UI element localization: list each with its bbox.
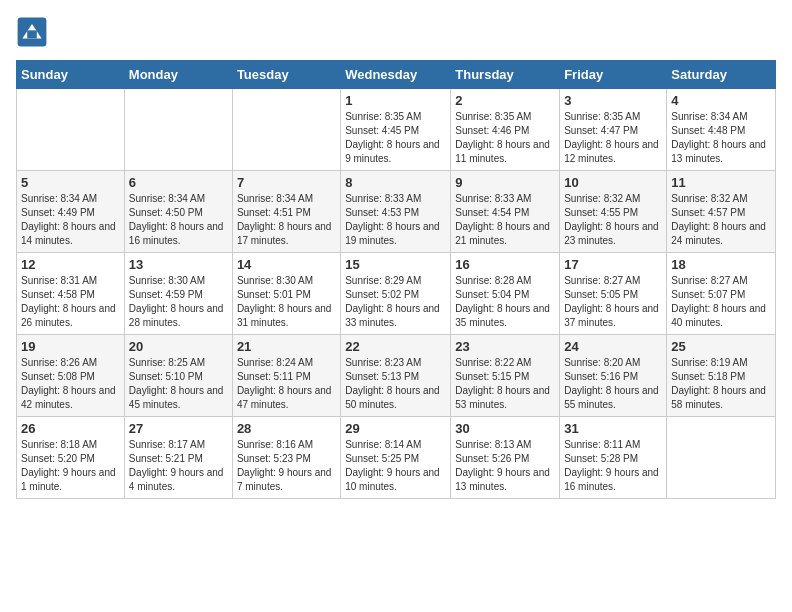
day-number: 11 [671,175,771,190]
day-cell: 18Sunrise: 8:27 AM Sunset: 5:07 PM Dayli… [667,253,776,335]
day-info: Sunrise: 8:34 AM Sunset: 4:51 PM Dayligh… [237,192,336,248]
day-number: 14 [237,257,336,272]
day-info: Sunrise: 8:35 AM Sunset: 4:45 PM Dayligh… [345,110,446,166]
day-cell: 7Sunrise: 8:34 AM Sunset: 4:51 PM Daylig… [232,171,340,253]
column-header-tuesday: Tuesday [232,61,340,89]
day-info: Sunrise: 8:35 AM Sunset: 4:47 PM Dayligh… [564,110,662,166]
day-info: Sunrise: 8:23 AM Sunset: 5:13 PM Dayligh… [345,356,446,412]
day-number: 12 [21,257,120,272]
day-info: Sunrise: 8:35 AM Sunset: 4:46 PM Dayligh… [455,110,555,166]
day-info: Sunrise: 8:32 AM Sunset: 4:57 PM Dayligh… [671,192,771,248]
day-number: 23 [455,339,555,354]
day-number: 6 [129,175,228,190]
day-number: 20 [129,339,228,354]
week-row-3: 12Sunrise: 8:31 AM Sunset: 4:58 PM Dayli… [17,253,776,335]
day-cell: 9Sunrise: 8:33 AM Sunset: 4:54 PM Daylig… [451,171,560,253]
day-cell: 28Sunrise: 8:16 AM Sunset: 5:23 PM Dayli… [232,417,340,499]
day-cell [667,417,776,499]
day-number: 29 [345,421,446,436]
day-cell [17,89,125,171]
svg-rect-2 [27,30,37,38]
day-cell: 4Sunrise: 8:34 AM Sunset: 4:48 PM Daylig… [667,89,776,171]
day-cell: 30Sunrise: 8:13 AM Sunset: 5:26 PM Dayli… [451,417,560,499]
column-header-wednesday: Wednesday [341,61,451,89]
day-cell: 5Sunrise: 8:34 AM Sunset: 4:49 PM Daylig… [17,171,125,253]
week-row-2: 5Sunrise: 8:34 AM Sunset: 4:49 PM Daylig… [17,171,776,253]
day-info: Sunrise: 8:33 AM Sunset: 4:53 PM Dayligh… [345,192,446,248]
day-cell: 6Sunrise: 8:34 AM Sunset: 4:50 PM Daylig… [124,171,232,253]
day-number: 5 [21,175,120,190]
day-cell: 17Sunrise: 8:27 AM Sunset: 5:05 PM Dayli… [560,253,667,335]
day-number: 21 [237,339,336,354]
day-number: 7 [237,175,336,190]
page-header [16,16,776,48]
day-cell: 12Sunrise: 8:31 AM Sunset: 4:58 PM Dayli… [17,253,125,335]
day-info: Sunrise: 8:11 AM Sunset: 5:28 PM Dayligh… [564,438,662,494]
day-info: Sunrise: 8:22 AM Sunset: 5:15 PM Dayligh… [455,356,555,412]
day-number: 17 [564,257,662,272]
day-number: 28 [237,421,336,436]
column-header-saturday: Saturday [667,61,776,89]
day-cell: 10Sunrise: 8:32 AM Sunset: 4:55 PM Dayli… [560,171,667,253]
day-info: Sunrise: 8:34 AM Sunset: 4:49 PM Dayligh… [21,192,120,248]
day-number: 30 [455,421,555,436]
day-info: Sunrise: 8:29 AM Sunset: 5:02 PM Dayligh… [345,274,446,330]
day-info: Sunrise: 8:16 AM Sunset: 5:23 PM Dayligh… [237,438,336,494]
column-header-friday: Friday [560,61,667,89]
day-cell: 16Sunrise: 8:28 AM Sunset: 5:04 PM Dayli… [451,253,560,335]
day-info: Sunrise: 8:20 AM Sunset: 5:16 PM Dayligh… [564,356,662,412]
day-info: Sunrise: 8:28 AM Sunset: 5:04 PM Dayligh… [455,274,555,330]
day-number: 25 [671,339,771,354]
day-cell: 31Sunrise: 8:11 AM Sunset: 5:28 PM Dayli… [560,417,667,499]
week-row-4: 19Sunrise: 8:26 AM Sunset: 5:08 PM Dayli… [17,335,776,417]
day-number: 19 [21,339,120,354]
day-cell: 14Sunrise: 8:30 AM Sunset: 5:01 PM Dayli… [232,253,340,335]
day-info: Sunrise: 8:18 AM Sunset: 5:20 PM Dayligh… [21,438,120,494]
column-header-sunday: Sunday [17,61,125,89]
day-number: 3 [564,93,662,108]
calendar-table: SundayMondayTuesdayWednesdayThursdayFrid… [16,60,776,499]
day-number: 16 [455,257,555,272]
logo [16,16,52,48]
header-row: SundayMondayTuesdayWednesdayThursdayFrid… [17,61,776,89]
day-cell: 15Sunrise: 8:29 AM Sunset: 5:02 PM Dayli… [341,253,451,335]
day-cell: 22Sunrise: 8:23 AM Sunset: 5:13 PM Dayli… [341,335,451,417]
day-number: 4 [671,93,771,108]
day-cell: 27Sunrise: 8:17 AM Sunset: 5:21 PM Dayli… [124,417,232,499]
day-cell: 11Sunrise: 8:32 AM Sunset: 4:57 PM Dayli… [667,171,776,253]
day-number: 2 [455,93,555,108]
week-row-5: 26Sunrise: 8:18 AM Sunset: 5:20 PM Dayli… [17,417,776,499]
day-cell: 3Sunrise: 8:35 AM Sunset: 4:47 PM Daylig… [560,89,667,171]
day-number: 18 [671,257,771,272]
day-info: Sunrise: 8:31 AM Sunset: 4:58 PM Dayligh… [21,274,120,330]
day-info: Sunrise: 8:13 AM Sunset: 5:26 PM Dayligh… [455,438,555,494]
column-header-thursday: Thursday [451,61,560,89]
day-cell: 20Sunrise: 8:25 AM Sunset: 5:10 PM Dayli… [124,335,232,417]
week-row-1: 1Sunrise: 8:35 AM Sunset: 4:45 PM Daylig… [17,89,776,171]
day-number: 9 [455,175,555,190]
day-info: Sunrise: 8:30 AM Sunset: 4:59 PM Dayligh… [129,274,228,330]
day-cell: 13Sunrise: 8:30 AM Sunset: 4:59 PM Dayli… [124,253,232,335]
day-cell: 2Sunrise: 8:35 AM Sunset: 4:46 PM Daylig… [451,89,560,171]
day-cell: 19Sunrise: 8:26 AM Sunset: 5:08 PM Dayli… [17,335,125,417]
day-number: 22 [345,339,446,354]
day-cell: 1Sunrise: 8:35 AM Sunset: 4:45 PM Daylig… [341,89,451,171]
day-cell: 23Sunrise: 8:22 AM Sunset: 5:15 PM Dayli… [451,335,560,417]
day-number: 24 [564,339,662,354]
day-number: 1 [345,93,446,108]
day-info: Sunrise: 8:33 AM Sunset: 4:54 PM Dayligh… [455,192,555,248]
day-number: 31 [564,421,662,436]
day-info: Sunrise: 8:32 AM Sunset: 4:55 PM Dayligh… [564,192,662,248]
day-info: Sunrise: 8:26 AM Sunset: 5:08 PM Dayligh… [21,356,120,412]
day-info: Sunrise: 8:27 AM Sunset: 5:07 PM Dayligh… [671,274,771,330]
day-cell [232,89,340,171]
day-info: Sunrise: 8:30 AM Sunset: 5:01 PM Dayligh… [237,274,336,330]
day-cell: 8Sunrise: 8:33 AM Sunset: 4:53 PM Daylig… [341,171,451,253]
day-number: 15 [345,257,446,272]
day-info: Sunrise: 8:25 AM Sunset: 5:10 PM Dayligh… [129,356,228,412]
day-info: Sunrise: 8:27 AM Sunset: 5:05 PM Dayligh… [564,274,662,330]
logo-icon [16,16,48,48]
day-number: 26 [21,421,120,436]
day-number: 8 [345,175,446,190]
day-cell: 24Sunrise: 8:20 AM Sunset: 5:16 PM Dayli… [560,335,667,417]
